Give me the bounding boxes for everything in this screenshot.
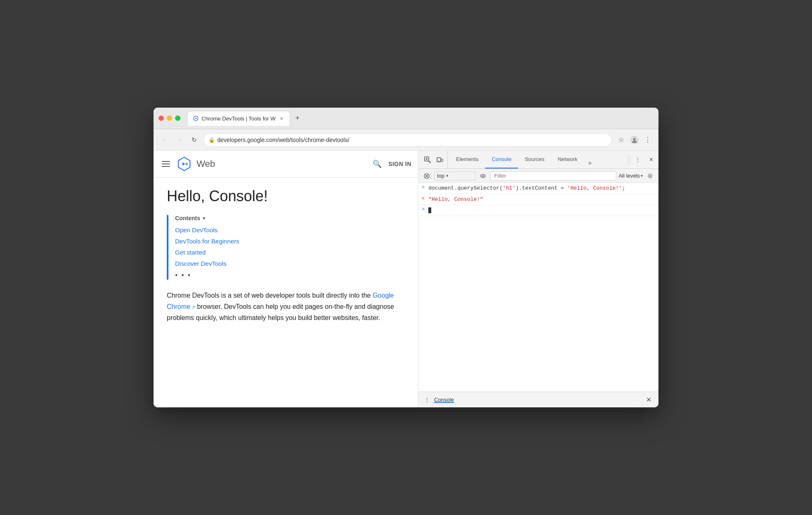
new-tab-button[interactable]: +: [292, 113, 303, 124]
site-name: Web: [197, 159, 215, 169]
svg-point-8: [482, 175, 484, 177]
browser-menu-button[interactable]: ⋮: [642, 134, 653, 146]
hamburger-button[interactable]: [160, 158, 172, 170]
address-bar[interactable]: 🔒 developers.google.com/web/tools/chrome…: [203, 133, 612, 147]
devtools-toolbar-right: ⋮ ✕: [628, 154, 657, 166]
console-content: > document.querySelector('h1').textConte…: [418, 183, 658, 392]
title-bar: Chrome DevTools | Tools for W ✕ +: [154, 108, 658, 129]
console-arrow-1: <: [422, 195, 428, 202]
description-text-2: browser. DevTools can help you edit page…: [167, 303, 394, 321]
page-body: Hello, Console! Contents ▾ Open DevTools…: [154, 178, 418, 334]
tab-network[interactable]: Network: [551, 151, 584, 168]
console-text-0: document.querySelector('h1').textContent…: [428, 184, 655, 193]
eye-icon: [480, 173, 486, 179]
tab-close-button[interactable]: ✕: [278, 115, 285, 122]
console-footer: ⋮ Console ✕: [418, 392, 658, 407]
tab-bar: Chrome DevTools | Tools for W ✕ +: [187, 111, 653, 126]
page-heading: Hello, Console!: [167, 188, 405, 205]
console-drawer-menu[interactable]: ⋮: [423, 396, 431, 404]
devtools-toolbar-left: [420, 151, 448, 168]
description-text-1: Chrome DevTools is a set of web develope…: [167, 292, 372, 299]
toc-title: Contents: [175, 215, 200, 221]
svg-point-1: [633, 138, 636, 140]
eye-button[interactable]: [478, 171, 488, 181]
device-icon: [437, 156, 443, 163]
svg-point-7: [480, 174, 485, 178]
console-filter-input[interactable]: [490, 171, 616, 180]
console-cursor: [428, 207, 431, 213]
toc-item-1[interactable]: DevTools for Beginners: [175, 238, 239, 245]
tab-console[interactable]: Console: [485, 151, 518, 168]
clear-console-button[interactable]: [422, 171, 432, 181]
back-button[interactable]: ←: [159, 134, 170, 146]
console-toolbar: top ▾ All levels ▾: [418, 169, 658, 183]
google-devtools-logo: [177, 156, 192, 171]
devtools-tab-icon: [192, 115, 199, 122]
console-arrow-0: >: [422, 184, 428, 190]
toc-more: • • •: [175, 271, 239, 280]
console-input-area[interactable]: [428, 206, 655, 214]
hamburger-line-3: [162, 166, 170, 167]
close-button[interactable]: [159, 116, 164, 121]
toc-section: Contents ▾ Open DevTools DevTools for Be…: [167, 215, 405, 280]
devtools-menu-button[interactable]: ⋮: [632, 154, 644, 166]
devtools-main-toolbar: Elements Console Sources Network » ⋮ ✕: [418, 151, 658, 169]
console-footer-close-button[interactable]: ✕: [644, 395, 653, 405]
star-button[interactable]: ☆: [615, 134, 627, 146]
sign-in-button[interactable]: SIGN IN: [388, 161, 411, 167]
log-levels-selector[interactable]: All levels ▾: [619, 173, 643, 179]
reload-button[interactable]: ↻: [188, 134, 200, 146]
context-arrow-icon: ▾: [446, 173, 448, 178]
console-text-1: "Hello, Console!": [428, 195, 655, 204]
console-footer-underline: [434, 402, 454, 403]
profile-button[interactable]: [629, 134, 640, 146]
minimize-button[interactable]: [167, 116, 172, 121]
tab-title: Chrome DevTools | Tools for W: [202, 116, 276, 122]
context-selector[interactable]: top ▾: [434, 171, 476, 180]
devtools-panel: Elements Console Sources Network » ⋮ ✕: [418, 151, 658, 407]
toc-header: Contents ▾: [175, 215, 239, 221]
url-display: developers.google.com/web/tools/chrome-d…: [217, 137, 607, 143]
toc-item-3[interactable]: Discover DevTools: [175, 260, 239, 267]
clear-console-icon: [424, 173, 430, 179]
console-line-0: > document.querySelector('h1').textConte…: [418, 183, 658, 194]
console-arrow-2: >: [422, 206, 428, 212]
toc-content: Contents ▾ Open DevTools DevTools for Be…: [168, 215, 239, 280]
main-area: Web 🔍 SIGN IN Hello, Console! Contents ▾: [154, 151, 658, 407]
more-tabs-button[interactable]: »: [584, 157, 596, 168]
toolbar-separator: [630, 155, 630, 164]
page-content: Web 🔍 SIGN IN Hello, Console! Contents ▾: [154, 151, 418, 407]
inspect-element-button[interactable]: [422, 154, 433, 166]
toc-chevron-icon[interactable]: ▾: [203, 215, 205, 221]
context-value: top: [437, 173, 444, 179]
maximize-button[interactable]: [175, 116, 180, 121]
console-line-1: < "Hello, Console!": [418, 194, 658, 205]
toc-item-0[interactable]: Open DevTools: [175, 226, 239, 233]
profile-icon: [630, 136, 639, 144]
forward-button[interactable]: →: [173, 134, 185, 146]
omnibar: ← → ↻ 🔒 developers.google.com/web/tools/…: [154, 129, 658, 151]
console-settings-button[interactable]: [645, 171, 655, 181]
page-header-actions: 🔍 SIGN IN: [372, 159, 411, 168]
page-description: Chrome DevTools is a set of web develope…: [167, 290, 405, 324]
toc-item-2[interactable]: Get started: [175, 249, 239, 256]
console-line-2[interactable]: >: [418, 205, 658, 216]
hamburger-line-2: [162, 164, 170, 164]
svg-point-9: [649, 175, 651, 177]
settings-icon: [647, 173, 653, 179]
tab-sources[interactable]: Sources: [518, 151, 551, 168]
page-header: Web 🔍 SIGN IN: [154, 151, 418, 178]
omnibar-actions: ☆ ⋮: [615, 134, 653, 146]
tab-elements[interactable]: Elements: [449, 151, 485, 168]
console-footer-tab-wrapper: Console: [434, 397, 454, 403]
active-tab[interactable]: Chrome DevTools | Tools for W ✕: [187, 111, 290, 126]
device-toolbar-button[interactable]: [434, 154, 446, 166]
svg-rect-4: [441, 159, 443, 161]
page-search-button[interactable]: 🔍: [372, 159, 382, 168]
devtools-tabs: Elements Console Sources Network »: [449, 151, 628, 168]
hamburger-line-1: [162, 161, 170, 162]
lock-icon: 🔒: [209, 137, 215, 143]
traffic-lights: [159, 116, 180, 121]
devtools-close-button[interactable]: ✕: [645, 154, 657, 166]
inspect-icon: [424, 156, 431, 163]
